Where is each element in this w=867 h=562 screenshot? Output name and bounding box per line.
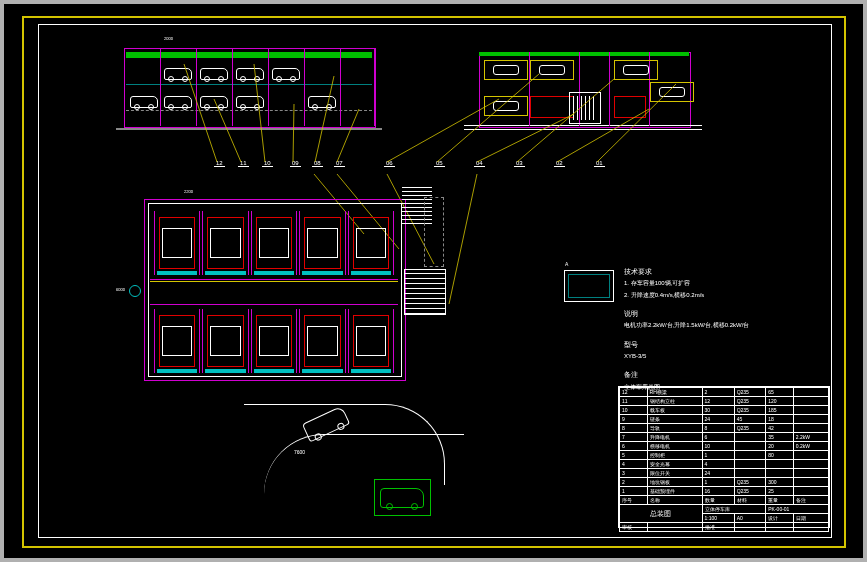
bom-cell-note xyxy=(793,487,828,496)
bom-cell-wt: 185 xyxy=(766,406,794,415)
bom-cell-note: 0.2kW xyxy=(793,442,828,451)
bom-cell-name: 横移电机 xyxy=(647,442,702,451)
vehicle-icon xyxy=(623,65,649,75)
dimension-text: 7600 xyxy=(294,449,305,455)
vehicle-icon xyxy=(493,65,519,75)
column xyxy=(124,48,125,126)
callout-label: 12 xyxy=(214,160,225,167)
callout-label-row: 12 11 10 09 08 07 06 05 04 03 02 01 xyxy=(214,160,634,174)
bom-row: 7升降电机6352.2kW xyxy=(620,433,829,442)
parking-bay xyxy=(299,309,345,373)
bom-cell-name: 基础预埋件 xyxy=(647,487,702,496)
bom-row: 9链条244518 xyxy=(620,415,829,424)
bom-cell-name: RH横梁 xyxy=(647,388,702,397)
bom-cell-no: 11 xyxy=(620,397,648,406)
detail-view-a: A xyxy=(564,270,614,302)
bom-cell-wt: 65 xyxy=(766,388,794,397)
bom-header-row: 序号 名称 数量 材料 重量 备注 xyxy=(620,496,829,505)
side-elevation-section xyxy=(474,38,694,138)
bom-cell-qty: 24 xyxy=(702,469,734,478)
vehicle-icon xyxy=(272,68,300,80)
bom-cell-wt: 120 xyxy=(766,397,794,406)
pit-line xyxy=(126,110,372,112)
bom-row: 8导轨8Q23542 xyxy=(620,424,829,433)
bom-cell-no: 2 xyxy=(620,478,648,487)
bom-cell-qty: 4 xyxy=(702,460,734,469)
column xyxy=(374,48,375,126)
bom-cell-mat xyxy=(734,460,766,469)
roof-beam xyxy=(479,52,689,56)
dimension-text: 6000 xyxy=(116,287,125,292)
bom-cell-no: 12 xyxy=(620,388,648,397)
partition xyxy=(609,52,610,126)
building-frame xyxy=(124,48,376,128)
parking-spot xyxy=(374,479,431,516)
rail xyxy=(157,369,197,373)
technical-notes: 技术要求 1. 存车容量100辆,可扩容 2. 升降速度0.4m/s,横移0.2… xyxy=(624,259,834,393)
pallet xyxy=(256,315,292,367)
driveway-plan: 7600 xyxy=(244,394,464,524)
carrier-pallet xyxy=(484,60,528,80)
callout-label: 04 xyxy=(474,160,485,167)
lift-cage xyxy=(614,96,646,118)
bom-cell-name: 地坑钢板 xyxy=(647,478,702,487)
ground-line xyxy=(116,128,382,130)
note-line: 1. 存车容量100辆,可扩容 xyxy=(624,278,834,289)
bom-cell-no: 8 xyxy=(620,424,648,433)
bom-cell-name: 安全光幕 xyxy=(647,460,702,469)
bom-cell-name: 载车板 xyxy=(647,406,702,415)
bom-head-wt: 重量 xyxy=(766,496,794,505)
bay-row-top xyxy=(154,211,394,275)
carrier-pallet xyxy=(484,96,528,116)
lift-cage xyxy=(530,96,574,118)
bom-head-note: 备注 xyxy=(793,496,828,505)
vehicle-icon xyxy=(164,68,192,80)
aux-room xyxy=(424,197,444,267)
callout-label: 06 xyxy=(384,160,395,167)
pallet xyxy=(207,315,243,367)
bom-row: 5控制柜180 xyxy=(620,451,829,460)
vehicle-icon xyxy=(164,96,192,108)
bom-cell-name: 链条 xyxy=(647,415,702,424)
title-block: 12RH横梁2Q2356511钢结构立柱12Q23512010载车板30Q235… xyxy=(618,386,830,528)
roof-beam xyxy=(126,52,372,58)
bom-row: 3限位开关24 xyxy=(620,469,829,478)
rail xyxy=(302,369,342,373)
bom-cell-mat: Q235 xyxy=(734,397,766,406)
bom-cell-name: 钢结构立柱 xyxy=(647,397,702,406)
bom-cell-qty: 2 xyxy=(702,388,734,397)
bom-cell-no: 7 xyxy=(620,433,648,442)
bom-row: 6横移电机10200.2kW xyxy=(620,442,829,451)
floor-plan-view: 2200 6000 xyxy=(144,199,444,399)
hatch-pattern xyxy=(573,96,597,120)
bom-table: 12RH横梁2Q2356511钢结构立柱12Q23512010载车板30Q235… xyxy=(619,387,829,532)
rail xyxy=(302,271,342,275)
bom-cell-note xyxy=(793,388,828,397)
carrier-pallet xyxy=(614,60,658,80)
parking-bay xyxy=(202,309,248,373)
access-ramp xyxy=(404,269,446,315)
callout-label: 10 xyxy=(262,160,273,167)
detail-caption: A xyxy=(565,261,568,267)
drawing-number: PK-00-01 xyxy=(766,505,829,514)
notes-heading: 技术要求 xyxy=(624,265,834,278)
bom-cell-qty: 10 xyxy=(702,442,734,451)
bom-cell-no: 4 xyxy=(620,460,648,469)
approver-label: 批准 xyxy=(702,523,734,532)
bom-cell-qty: 24 xyxy=(702,415,734,424)
bom-row: 11钢结构立柱12Q235120 xyxy=(620,397,829,406)
parking-bay xyxy=(154,211,200,275)
rail xyxy=(351,271,391,275)
bom-row: 10载车板30Q235185 xyxy=(620,406,829,415)
vehicle-icon xyxy=(130,96,158,108)
callout-label: 02 xyxy=(554,160,565,167)
cad-canvas[interactable]: 2000 12 11 10 09 08 07 06 05 04 03 02 01 xyxy=(4,4,863,558)
dimension-text: 2000 xyxy=(164,36,173,41)
rail xyxy=(205,369,245,373)
bom-cell-wt: 300 xyxy=(766,478,794,487)
callout-label: 11 xyxy=(238,160,249,167)
column xyxy=(196,48,197,126)
bom-cell-mat xyxy=(734,469,766,478)
notes-heading: 说明 xyxy=(624,307,834,320)
control-booth xyxy=(569,92,601,124)
